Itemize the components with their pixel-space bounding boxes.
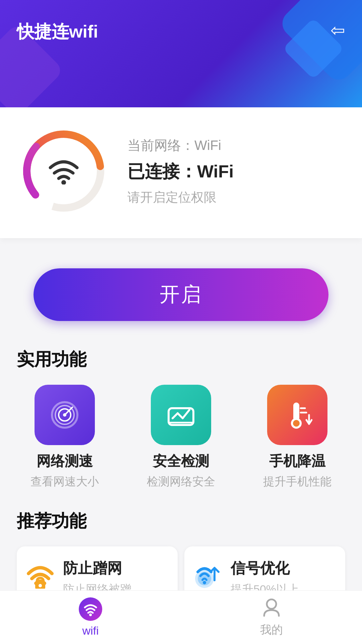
nav-mine-icon <box>261 597 282 619</box>
nav-mine-label: 我的 <box>260 622 283 638</box>
signal-opt-name: 信号优化 <box>231 558 299 578</box>
utility-section: 实用功能 网络测速 查看网速大小 <box>0 341 362 503</box>
svg-point-24 <box>203 581 206 584</box>
speed-test-desc: 查看网速大小 <box>31 474 99 489</box>
header: 快捷连wifi ⇦ <box>0 0 362 107</box>
cooling-name: 手机降温 <box>269 452 325 471</box>
svg-point-4 <box>61 180 66 184</box>
wifi-center-icon <box>47 158 80 184</box>
nav-wifi[interactable]: wifi <box>0 597 181 637</box>
speed-test-name: 网络测速 <box>37 452 93 471</box>
cooling-desc: 提升手机性能 <box>263 474 331 489</box>
connected-status: 已连接：WiFi <box>127 160 345 183</box>
feature-cooling[interactable]: 手机降温 提升手机性能 <box>249 385 345 489</box>
start-button[interactable]: 开启 <box>34 268 328 321</box>
security-icon <box>151 385 211 445</box>
action-section: 开启 <box>0 248 362 341</box>
speed-test-icon <box>35 385 95 445</box>
nav-mine[interactable]: 我的 <box>181 597 362 638</box>
network-label: 当前网络：WiFi <box>127 136 345 155</box>
recommend-section-title: 推荐功能 <box>0 503 362 543</box>
anti-leech-icon <box>27 562 54 594</box>
utility-section-title: 实用功能 <box>0 341 362 381</box>
svg-point-26 <box>89 613 92 616</box>
security-name: 安全检测 <box>153 452 209 471</box>
app-title: 快捷连wifi <box>17 20 98 44</box>
security-desc: 检测网络安全 <box>147 474 215 489</box>
nav-wifi-icon <box>79 597 102 621</box>
svg-point-21 <box>39 584 42 587</box>
status-card: 当前网络：WiFi 已连接：WiFi 请开启定位权限 <box>0 107 362 238</box>
status-info: 当前网络：WiFi 已连接：WiFi 请开启定位权限 <box>127 136 345 206</box>
signal-gauge <box>17 124 111 218</box>
feature-grid: 网络测速 查看网速大小 安全检测 检测网络安全 <box>0 381 362 503</box>
svg-point-27 <box>267 599 276 609</box>
bottom-nav: wifi 我的 <box>0 590 362 644</box>
nav-wifi-label: wifi <box>82 624 99 637</box>
signal-opt-icon <box>194 562 221 594</box>
back-button[interactable]: ⇦ <box>330 20 345 40</box>
permission-hint: 请开启定位权限 <box>127 189 345 206</box>
anti-leech-name: 防止蹭网 <box>63 558 131 578</box>
cooling-icon <box>267 385 327 445</box>
feature-speed-test[interactable]: 网络测速 查看网速大小 <box>17 385 113 489</box>
feature-security[interactable]: 安全检测 检测网络安全 <box>133 385 229 489</box>
svg-point-15 <box>293 420 300 427</box>
